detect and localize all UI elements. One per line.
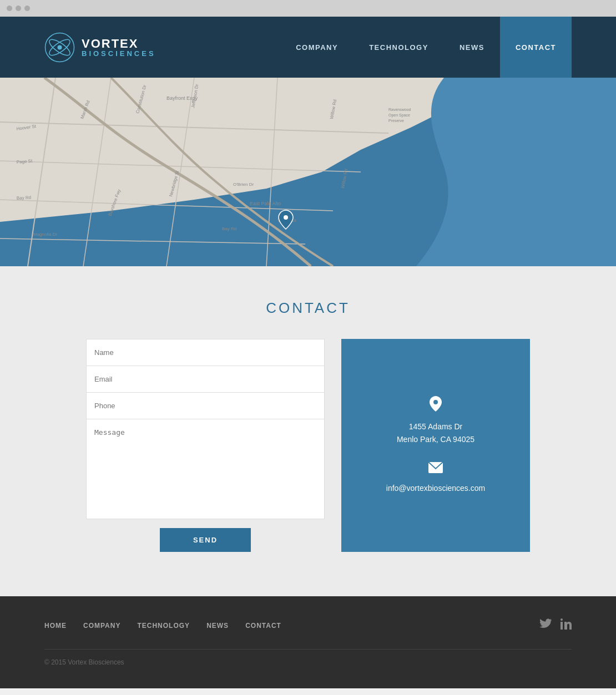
- footer-socials: [539, 618, 572, 632]
- svg-text:East Palo Alto: East Palo Alto: [250, 201, 281, 206]
- logo-bio: BIOSCIENCES: [82, 50, 156, 57]
- site-footer: HOME COMPANY TECHNOLOGY NEWS CONTACT © 2…: [0, 596, 616, 688]
- contact-title: CONTACT: [44, 300, 572, 317]
- svg-text:Bay Rd: Bay Rd: [17, 195, 32, 201]
- logo[interactable]: VORTEX BIOSCIENCES: [44, 32, 156, 63]
- footer-link-company[interactable]: COMPANY: [83, 622, 120, 630]
- address-text: 1455 Adams Dr Menlo Park, CA 94025: [397, 420, 474, 445]
- twitter-icon[interactable]: [539, 618, 552, 632]
- linkedin-icon[interactable]: [561, 618, 572, 632]
- address-block: 1455 Adams Dr Menlo Park, CA 94025: [397, 396, 474, 445]
- nav-company[interactable]: COMPANY: [280, 17, 354, 78]
- main-nav: COMPANY TECHNOLOGY NEWS CONTACT: [280, 17, 572, 78]
- browser-dot-3: [24, 6, 30, 11]
- svg-point-36: [284, 215, 288, 220]
- phone-input[interactable]: [86, 392, 325, 419]
- send-btn-wrap: SEND: [86, 528, 325, 552]
- contact-form: SEND: [86, 339, 325, 552]
- browser-chrome: [0, 0, 616, 17]
- site-header: VORTEX BIOSCIENCES COMPANY TECHNOLOGY NE…: [0, 17, 616, 78]
- svg-text:O'Brien Dr: O'Brien Dr: [233, 182, 254, 187]
- svg-text:Open Space: Open Space: [388, 113, 410, 118]
- footer-link-technology[interactable]: TECHNOLOGY: [137, 622, 190, 630]
- svg-rect-39: [561, 622, 563, 630]
- svg-point-40: [561, 618, 563, 621]
- footer-link-contact[interactable]: CONTACT: [245, 622, 281, 630]
- footer-link-news[interactable]: NEWS: [206, 622, 229, 630]
- name-input[interactable]: [86, 339, 325, 366]
- svg-text:Magnolia Dr: Magnolia Dr: [33, 232, 57, 237]
- email-input[interactable]: [86, 366, 325, 392]
- contact-body: SEND 1455 Adams Dr Menlo Park, CA 94025: [86, 339, 530, 552]
- map-section: Hoover St Page St Bay Rd Magnolia Dr Mar…: [0, 78, 616, 266]
- nav-news[interactable]: NEWS: [444, 17, 500, 78]
- footer-links: HOME COMPANY TECHNOLOGY NEWS CONTACT: [44, 622, 281, 630]
- browser-dot-1: [7, 6, 12, 11]
- svg-text:Ravenswood: Ravenswood: [388, 108, 411, 111]
- browser-dot-2: [16, 6, 21, 11]
- info-box: 1455 Adams Dr Menlo Park, CA 94025 info@…: [341, 339, 530, 552]
- email-block: info@vortexbiosciences.com: [386, 462, 485, 494]
- footer-copyright: © 2015 Vortex Biosciences: [44, 649, 572, 666]
- svg-text:Preserve: Preserve: [388, 119, 404, 123]
- logo-vortex: VORTEX: [82, 38, 156, 50]
- nav-technology[interactable]: TECHNOLOGY: [354, 17, 444, 78]
- footer-link-home[interactable]: HOME: [44, 622, 67, 630]
- logo-text: VORTEX BIOSCIENCES: [82, 38, 156, 57]
- email-text: info@vortexbiosciences.com: [386, 482, 485, 494]
- email-icon: [428, 462, 443, 476]
- send-button[interactable]: SEND: [160, 528, 251, 552]
- svg-point-1: [58, 45, 62, 49]
- footer-nav: HOME COMPANY TECHNOLOGY NEWS CONTACT: [44, 618, 572, 632]
- nav-contact[interactable]: CONTACT: [500, 17, 572, 78]
- map-svg: Hoover St Page St Bay Rd Magnolia Dr Mar…: [0, 78, 616, 266]
- contact-section: CONTACT SEND 1455 Adams Dr: [0, 266, 616, 596]
- svg-point-37: [433, 400, 438, 404]
- location-icon: [430, 396, 442, 415]
- message-textarea[interactable]: [86, 419, 325, 519]
- svg-text:Bayfront Expy: Bayfront Expy: [166, 95, 198, 101]
- logo-icon: [44, 32, 75, 63]
- svg-text:Bay Rd: Bay Rd: [222, 226, 236, 231]
